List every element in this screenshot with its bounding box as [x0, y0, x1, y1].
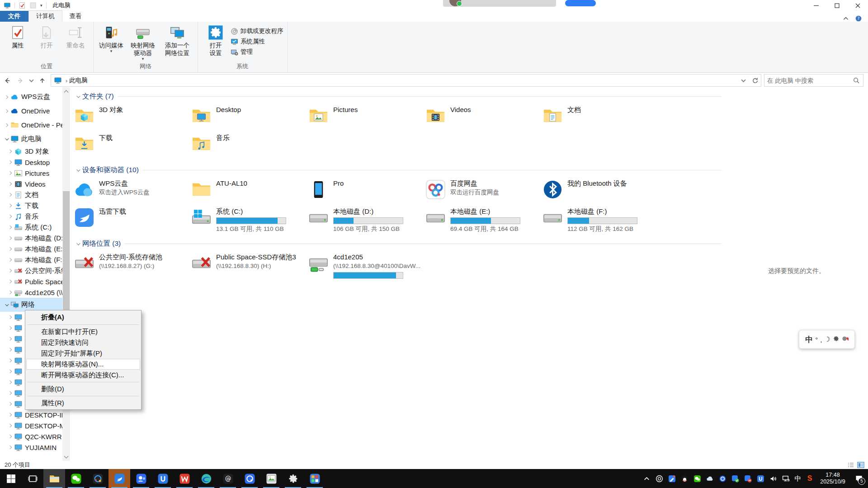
chevron-right-icon[interactable] — [6, 435, 13, 438]
tray-oppo[interactable] — [653, 469, 665, 488]
chevron-right-icon[interactable] — [6, 193, 13, 196]
tray-paint[interactable] — [665, 469, 678, 488]
file-tile[interactable]: 4cd1e205(\\192.168.8.30@40100\DavW... — [308, 252, 425, 277]
sidebar-item-13[interactable]: 本地磁盘 (E:) — [0, 244, 70, 254]
tray-quark-mini[interactable] — [716, 469, 729, 488]
file-tile[interactable]: ATU-AL10 — [191, 178, 308, 204]
chevron-right-icon[interactable] — [6, 280, 13, 283]
sidebar-item-3[interactable]: 此电脑 — [0, 132, 70, 146]
chevron-right-icon[interactable] — [6, 348, 13, 351]
tray-uu-mini[interactable] — [754, 469, 767, 488]
new-folder-shortcut-icon[interactable] — [29, 2, 37, 9]
taskbar-thunder-app[interactable] — [108, 469, 130, 488]
file-tile[interactable]: 公共空间-系统存储池(\\192.168.8.27) (G:) — [74, 252, 191, 277]
tray-sync-err[interactable] — [741, 469, 754, 488]
sidebar-item-8[interactable]: 文档 — [0, 189, 70, 200]
gear-icon[interactable] — [833, 335, 840, 343]
taskbar-wps-app[interactable] — [174, 469, 195, 488]
context-menu-item[interactable]: 断开网络驱动器的连接(C)... — [26, 370, 140, 380]
chevron-right-icon[interactable] — [6, 381, 13, 384]
taskbar-uu-app-app[interactable] — [152, 469, 174, 488]
context-menu-item[interactable]: 固定到快速访问 — [26, 337, 140, 348]
sidebar-item-1[interactable]: OneDrive — [0, 104, 70, 118]
chevron-right-icon[interactable] — [6, 327, 13, 329]
context-menu-item[interactable]: 映射网络驱动器(N)... — [26, 359, 140, 370]
search-input[interactable] — [764, 77, 853, 84]
chevron-right-icon[interactable] — [3, 124, 9, 127]
ime-punct-item[interactable]: , — [820, 336, 822, 343]
taskbar-at-app-app[interactable]: @ — [217, 469, 239, 488]
taskbar-clock[interactable]: 17:482025/10/9 — [816, 472, 850, 485]
refresh-button[interactable] — [749, 75, 761, 86]
chevron-right-icon[interactable] — [6, 413, 13, 416]
chevron-right-icon[interactable] — [6, 183, 13, 185]
context-menu-item[interactable]: 在新窗口中打开(E) — [26, 326, 140, 337]
file-tile[interactable]: Pictures — [308, 105, 425, 130]
close-button[interactable] — [847, 0, 868, 11]
chevron-right-icon[interactable] — [6, 359, 13, 362]
minimize-button[interactable] — [806, 0, 826, 11]
file-tile[interactable]: 文档 — [542, 105, 659, 130]
tray-wechat-mini[interactable] — [691, 469, 703, 488]
address-bar[interactable]: › 此电脑 — [51, 74, 761, 87]
sidebar-item-0[interactable]: WPS云盘 — [0, 90, 70, 104]
chevron-down-icon[interactable] — [3, 304, 9, 306]
sidebar-item-5[interactable]: Desktop — [0, 157, 70, 168]
section-collapse-icon[interactable] — [75, 241, 81, 247]
tab-computer[interactable]: 计算机 — [28, 10, 62, 22]
chevron-down-icon[interactable] — [3, 138, 9, 141]
chevron-right-icon[interactable] — [6, 316, 13, 319]
chevron-right-icon[interactable] — [6, 226, 13, 229]
chevron-right-icon[interactable] — [6, 248, 13, 250]
taskbar-photo-viewer-app[interactable] — [260, 469, 282, 488]
context-menu-item[interactable]: 固定到“开始”屏幕(P) — [26, 348, 140, 359]
sogou-heart-icon[interactable]: ♥ — [842, 335, 849, 343]
taskbar-task-view-button[interactable] — [22, 469, 43, 488]
section-header-devices[interactable]: 设备和驱动器 (10) — [75, 165, 725, 175]
chevron-right-icon[interactable] — [6, 392, 13, 394]
properties-button[interactable]: 属性 — [4, 24, 32, 50]
recent-locations-arrow[interactable] — [27, 75, 35, 86]
tab-file[interactable]: 文件 — [0, 11, 28, 22]
chevron-right-icon[interactable] — [6, 269, 13, 272]
tray-qq[interactable] — [678, 469, 691, 488]
ime-toolbar[interactable]: 中°,☽♥ — [799, 330, 855, 349]
breadcrumb[interactable]: 此电脑 — [69, 76, 88, 84]
chevron-right-icon[interactable] — [6, 204, 13, 207]
sidebar-item-28[interactable]: DESKTOP-IDJ — [0, 409, 70, 420]
taskbar-edge-app[interactable] — [195, 469, 217, 488]
action-center-button[interactable]: 5 — [850, 469, 868, 488]
sidebar-item-30[interactable]: Q2C-KWRR — [0, 431, 70, 442]
help-icon[interactable]: ? — [855, 15, 862, 22]
taskbar-qq-app-app[interactable] — [87, 469, 108, 488]
scroll-up-arrow-icon[interactable] — [62, 87, 70, 94]
address-dropdown-arrow[interactable] — [737, 75, 749, 86]
file-tile[interactable]: 本地磁盘 (E:)69.4 GB 可用, 共 164 GB — [425, 206, 542, 232]
customize-toolbar-arrow-icon[interactable]: ▾ — [40, 3, 42, 8]
collapse-ribbon-icon[interactable] — [843, 15, 849, 22]
sidebar-item-14[interactable]: 本地磁盘 (F:) — [0, 254, 70, 265]
thumbnail-view-icon[interactable] — [857, 462, 864, 468]
file-tile[interactable]: 百度网盘双击运行百度网盘 — [425, 178, 542, 204]
tray-volume[interactable] — [767, 469, 779, 488]
open-settings-button[interactable]: 打开设置 — [202, 24, 230, 58]
toast-action-button[interactable] — [565, 0, 596, 6]
tray-sync-ok[interactable] — [729, 469, 741, 488]
file-tile[interactable]: 本地磁盘 (F:)112 GB 可用, 共 162 GB — [542, 206, 659, 232]
taskbar-quark-app-app[interactable] — [239, 469, 260, 488]
file-tile[interactable]: 我的 Bluetooth 设备 — [542, 178, 659, 204]
section-collapse-icon[interactable] — [75, 167, 81, 174]
taskbar-start-button[interactable] — [0, 469, 22, 488]
sidebar-item-16[interactable]: Public Space-S — [0, 276, 70, 287]
forward-button[interactable] — [14, 75, 27, 86]
file-tile[interactable]: 音乐 — [191, 133, 308, 158]
add-network-location-button[interactable]: 添加一个网络位置 — [160, 24, 194, 58]
file-tile[interactable]: Public Space-SSD存储池3(\\192.168.8.30) (H:… — [191, 252, 308, 277]
sidebar-item-29[interactable]: DESKTOP-MG — [0, 420, 70, 431]
ime-mode-chinese[interactable]: 中 — [805, 334, 813, 345]
details-view-icon[interactable] — [847, 462, 854, 468]
chevron-right-icon[interactable] — [6, 237, 13, 239]
file-tile[interactable]: 迅雷下载 — [74, 206, 191, 232]
system-properties-button[interactable]: 系统属性 — [231, 38, 283, 46]
chevron-right-icon[interactable] — [6, 370, 13, 373]
